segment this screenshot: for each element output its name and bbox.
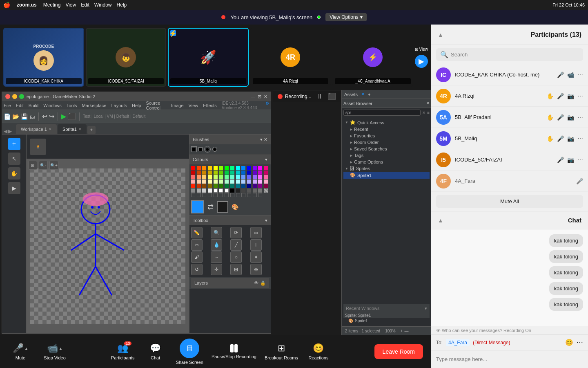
- line-tool[interactable]: ╱: [230, 239, 242, 251]
- gm-minimize-icon[interactable]: —: [251, 94, 255, 99]
- next-participant-arrow[interactable]: ▶: [415, 55, 428, 68]
- color-cell[interactable]: [253, 171, 257, 175]
- pause-rec[interactable]: ⏸: [316, 93, 323, 100]
- color-cell[interactable]: [208, 188, 212, 193]
- color-cell[interactable]: [214, 193, 218, 197]
- color-cell[interactable]: [230, 171, 234, 175]
- menu-window[interactable]: Window: [94, 2, 112, 8]
- rotate-tool[interactable]: ↺: [191, 264, 203, 275]
- color-transparent[interactable]: [264, 188, 268, 193]
- recent-sprite-sprite1[interactable]: Sprite: Sprite1: [343, 313, 430, 318]
- minimize-window[interactable]: [12, 94, 17, 99]
- text-tool[interactable]: T: [250, 239, 262, 251]
- color-cell[interactable]: [219, 171, 223, 175]
- color-cell[interactable]: [258, 193, 262, 197]
- color-cell[interactable]: [230, 180, 234, 184]
- participant-thumb-chika[interactable]: PROCODE 👩 ICODE4_KAK CHIKA: [3, 28, 84, 87]
- breakout-rooms-button[interactable]: ⊞ Breakout Rooms: [265, 343, 298, 360]
- color-cell[interactable]: [241, 166, 245, 170]
- mute-caret[interactable]: ▲: [24, 346, 29, 351]
- color-cell[interactable]: [219, 175, 223, 179]
- tree-sprites[interactable]: ▼ 🖼 Sprites: [343, 165, 430, 172]
- view-toggle[interactable]: ⊞ View: [415, 47, 428, 52]
- expand-chat-icon[interactable]: ▲: [438, 217, 443, 224]
- share-screen-button[interactable]: 🖥 Share Screen: [176, 339, 203, 365]
- color-cell[interactable]: [241, 171, 245, 175]
- menu-help[interactable]: Help: [117, 2, 127, 8]
- video-caret[interactable]: ▲: [59, 346, 63, 351]
- color-cell[interactable]: [253, 180, 257, 184]
- chat-toolbar-button[interactable]: 💬 Chat: [143, 343, 168, 360]
- color-cell[interactable]: [202, 180, 206, 184]
- eyedropper-tool[interactable]: 💧: [211, 239, 222, 251]
- color-cell[interactable]: [247, 175, 251, 179]
- color-cell[interactable]: [264, 166, 268, 170]
- zoom-out-canvas[interactable]: 🔍-: [39, 161, 48, 170]
- color-cell[interactable]: [191, 180, 195, 184]
- color-cell[interactable]: [191, 171, 195, 175]
- zoom-in-canvas[interactable]: 🔍+: [49, 161, 58, 170]
- more-icon-chika[interactable]: ⋯: [577, 72, 583, 78]
- mic-icon-maliq[interactable]: 🎤: [557, 135, 564, 142]
- color-cell[interactable]: [247, 188, 251, 193]
- color-cell[interactable]: [258, 175, 262, 179]
- transform-tool[interactable]: ⊕: [250, 264, 262, 275]
- gm-run-icon[interactable]: ▶: [61, 112, 66, 120]
- color-cell[interactable]: [197, 171, 201, 175]
- color-cell[interactable]: [191, 193, 195, 197]
- color-cell[interactable]: [230, 193, 234, 197]
- color-cell[interactable]: [241, 184, 245, 188]
- mute-all-button[interactable]: Mute All: [436, 195, 583, 208]
- participant-thumb-anandhi[interactable]: ⚡ _4C_Anandhivaa A: [332, 28, 413, 87]
- color-cell[interactable]: [258, 180, 262, 184]
- color-cell[interactable]: [258, 188, 262, 193]
- color-cell[interactable]: [214, 171, 218, 175]
- pencil-tool[interactable]: ✏️: [191, 227, 203, 238]
- sprite-preview-frame[interactable]: 🧍: [30, 139, 46, 155]
- tree-roomorder[interactable]: ▶ Room Order: [343, 139, 430, 146]
- gm-hand-tool[interactable]: ✋: [8, 167, 20, 180]
- gm-menu-image[interactable]: Image: [171, 103, 184, 108]
- circle-tool[interactable]: ○: [230, 251, 242, 263]
- color-cell[interactable]: [225, 171, 229, 175]
- tree-favourites[interactable]: ▶ Favourites: [343, 132, 430, 139]
- menu-meeting[interactable]: Meeting: [43, 2, 61, 8]
- asset-search-input[interactable]: [343, 110, 421, 116]
- color-blue[interactable]: [247, 166, 251, 170]
- color-cell[interactable]: [253, 175, 257, 179]
- color-cell[interactable]: [202, 184, 206, 188]
- color-cell[interactable]: [208, 166, 212, 170]
- color-cell[interactable]: [202, 188, 206, 193]
- gm-menu-windows[interactable]: Windows: [43, 103, 62, 108]
- color-cell[interactable]: [219, 188, 223, 193]
- color-cell[interactable]: [208, 175, 212, 179]
- gm-settings-icon[interactable]: ⚙: [265, 101, 269, 110]
- color-cell[interactable]: [247, 180, 251, 184]
- apple-menu[interactable]: 🍎: [3, 2, 10, 8]
- video-icon-chika[interactable]: 📹: [567, 72, 574, 78]
- gm-restore-icon[interactable]: ⊡: [258, 94, 261, 99]
- color-cell[interactable]: [236, 188, 240, 193]
- participant-thumb-rizqi[interactable]: 4R 4A Rizqi: [250, 28, 331, 87]
- gm-save-icon[interactable]: 💾: [21, 113, 28, 120]
- color-cell[interactable]: [236, 184, 240, 188]
- video-icon-maliq[interactable]: 📷: [567, 135, 574, 142]
- collapse-participants-icon[interactable]: ▲: [438, 31, 443, 38]
- gm-menu-sourcecontrol[interactable]: Source Control: [146, 101, 166, 110]
- fill-tool[interactable]: ⟳: [230, 227, 242, 238]
- brush-square-sm[interactable]: ■: [198, 147, 203, 151]
- gm-menu-tools[interactable]: Tools: [67, 103, 77, 108]
- color-cell[interactable]: [214, 175, 218, 179]
- close-window[interactable]: [5, 94, 10, 99]
- color-picker-icon[interactable]: 🎨: [232, 204, 238, 210]
- brush-square-lg[interactable]: ■: [191, 146, 197, 152]
- brush-circle-lg[interactable]: ●: [204, 146, 211, 153]
- color-cell[interactable]: [236, 175, 240, 179]
- eye-icon[interactable]: 👁: [254, 280, 258, 286]
- tree-quickaccess[interactable]: ▼ ⭐ Quick Access: [343, 119, 430, 126]
- color-cell[interactable]: [236, 180, 240, 184]
- color-cell[interactable]: [208, 193, 212, 197]
- color-cell[interactable]: [236, 171, 240, 175]
- color-red[interactable]: [191, 166, 195, 170]
- color-cell[interactable]: [236, 166, 240, 170]
